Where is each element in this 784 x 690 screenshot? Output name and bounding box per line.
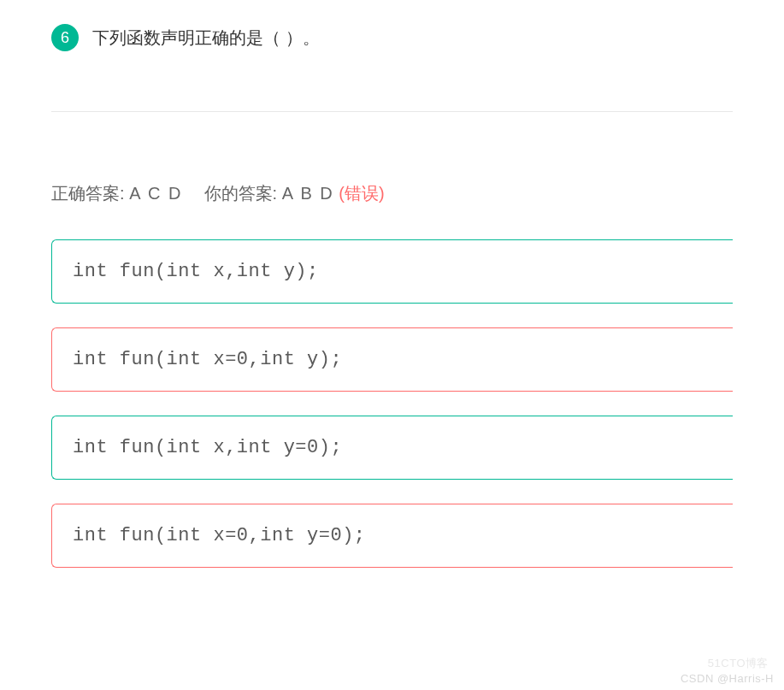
question-text: 下列函数声明正确的是（ ）。 — [92, 25, 320, 50]
question-number-badge: 6 — [51, 24, 79, 51]
option-b[interactable]: int fun(int x=0,int y); — [51, 327, 733, 392]
wrong-marker: (错误) — [339, 184, 384, 203]
option-a[interactable]: int fun(int x,int y); — [51, 239, 733, 304]
your-answer-label: 你的答案: — [204, 184, 278, 203]
answer-summary: 正确答案: A C D 你的答案: A B D (错误) — [51, 182, 733, 205]
question-header: 6 下列函数声明正确的是（ ）。 — [51, 24, 733, 51]
your-answer-value: A B D — [282, 184, 334, 203]
correct-answer-value: A C D — [129, 184, 182, 203]
answer-section: 正确答案: A C D 你的答案: A B D (错误) int fun(int… — [0, 146, 784, 568]
question-section: 6 下列函数声明正确的是（ ）。 — [0, 0, 784, 146]
section-divider — [51, 111, 733, 112]
correct-answer-label: 正确答案: — [51, 184, 125, 203]
options-list: int fun(int x,int y); int fun(int x=0,in… — [51, 239, 733, 568]
watermark-secondary: 51CTO博客 — [708, 656, 769, 671]
option-d[interactable]: int fun(int x=0,int y=0); — [51, 504, 733, 568]
watermark-primary: CSDN @Harris-H — [681, 672, 774, 685]
option-c[interactable]: int fun(int x,int y=0); — [51, 416, 733, 480]
